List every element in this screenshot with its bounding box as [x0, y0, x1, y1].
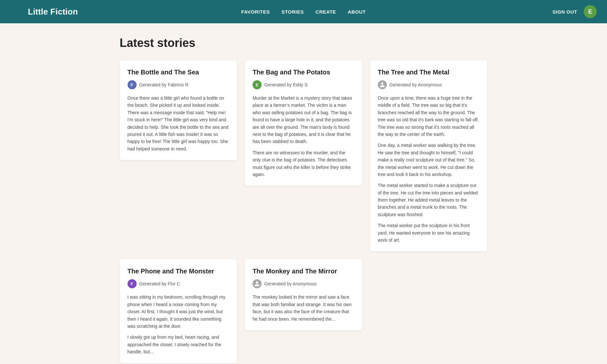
- author-avatar: F: [128, 80, 137, 89]
- author-avatar: F: [128, 279, 137, 288]
- author-avatar: [378, 80, 387, 89]
- story-card[interactable]: The Monkey and The MirrorGenerated by An…: [245, 259, 362, 330]
- logo-link[interactable]: ✏️ Little Fiction: [10, 5, 206, 19]
- story-author-row: EGenerated by Eddy S: [253, 80, 354, 89]
- story-body: Once upon a time, there was a huge tree …: [378, 94, 480, 244]
- story-body: Once there was a little girl who found a…: [128, 94, 230, 152]
- nav-right: SIGN OUT E: [401, 5, 597, 18]
- nav-create[interactable]: CREATE: [316, 9, 336, 15]
- sign-out-button[interactable]: SIGN OUT: [553, 9, 578, 15]
- nav-links: FAVORITES STORIES CREATE ABOUT: [206, 9, 401, 15]
- story-body: Murder at the Market is a mystery story …: [253, 94, 354, 178]
- user-avatar[interactable]: E: [584, 5, 597, 18]
- nav-favorites[interactable]: FAVORITES: [241, 9, 270, 15]
- story-title: The Bottle and The Sea: [128, 68, 230, 76]
- story-author-row: Generated by Anonymous: [378, 80, 480, 89]
- author-name: Generated by Flor C: [139, 281, 180, 286]
- story-body: I was sitting in my bedroom, scrolling t…: [128, 293, 230, 355]
- nav-stories[interactable]: STORIES: [281, 9, 304, 15]
- story-card[interactable]: The Bag and The PotatosEGenerated by Edd…: [245, 60, 362, 186]
- story-card[interactable]: The Phone and The MonsterFGenerated by F…: [120, 259, 237, 363]
- author-name: Generated by Anonymous: [389, 82, 442, 87]
- author-avatar: E: [253, 80, 262, 89]
- story-card[interactable]: The Tree and The MetalGenerated by Anony…: [370, 60, 488, 251]
- story-title: The Monkey and The Mirror: [253, 267, 354, 275]
- logo-text: Little Fiction: [28, 7, 78, 17]
- stories-grid: The Bottle and The SeaFGenerated by Fabr…: [120, 60, 488, 363]
- svg-rect-0: [10, 5, 25, 19]
- story-author-row: FGenerated by Fabricio R: [128, 80, 230, 89]
- main-content: Latest stories The Bottle and The SeaFGe…: [109, 23, 498, 364]
- logo-icon: ✏️: [10, 5, 25, 19]
- story-author-row: Generated by Anonymous: [253, 279, 354, 288]
- story-card[interactable]: The Bottle and The SeaFGenerated by Fabr…: [120, 60, 237, 160]
- svg-text:✏️: ✏️: [12, 6, 25, 19]
- story-author-row: FGenerated by Flor C: [128, 279, 230, 288]
- author-name: Generated by Anonymous: [264, 281, 317, 286]
- author-avatar: [253, 279, 262, 288]
- story-title: The Phone and The Monster: [128, 267, 230, 275]
- navbar: ✏️ Little Fiction FAVORITES STORIES CREA…: [0, 0, 607, 23]
- story-title: The Bag and The Potatos: [253, 68, 354, 76]
- story-title: The Tree and The Metal: [378, 68, 480, 76]
- nav-about[interactable]: ABOUT: [348, 9, 366, 15]
- author-name: Generated by Fabricio R: [139, 82, 189, 87]
- page-title: Latest stories: [120, 36, 488, 50]
- story-body: The monkey looked in the mirror and saw …: [253, 293, 354, 323]
- author-name: Generated by Eddy S: [264, 82, 308, 87]
